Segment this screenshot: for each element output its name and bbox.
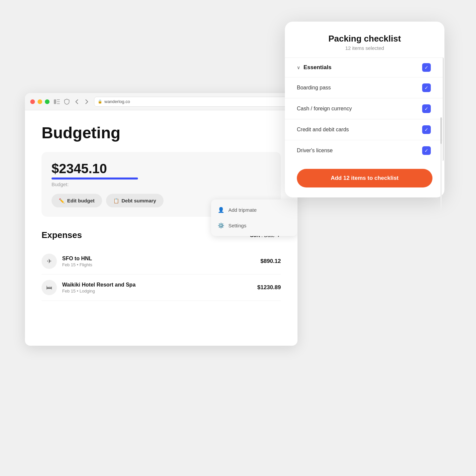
essentials-title: Essentials <box>303 64 331 71</box>
checklist-item-license[interactable]: Driver's license ✓ <box>285 140 443 161</box>
budget-label: Budget: <box>52 181 271 187</box>
expense-info-hotel: Waikiki Hotel Resort and Spa Feb 15 • Lo… <box>62 282 252 294</box>
traffic-light-green[interactable] <box>45 99 50 104</box>
expense-info-flight: SFO to HNL Feb 15 • Flights <box>62 256 255 267</box>
settings-label: Settings <box>228 223 246 228</box>
expense-amount-flight: $890.12 <box>261 258 281 265</box>
traffic-light-red[interactable] <box>30 99 35 104</box>
hotel-icon: 🛏 <box>42 280 57 295</box>
address-text: wanderlog.co <box>104 99 130 104</box>
essentials-chevron-icon: ∨ <box>297 65 300 70</box>
license-checkbox[interactable]: ✓ <box>422 146 431 155</box>
edit-budget-label: Edit budget <box>67 198 95 203</box>
back-icon[interactable] <box>73 98 80 105</box>
forward-icon[interactable] <box>83 98 90 105</box>
checklist-header: Packing checklist 12 items selected <box>285 34 444 58</box>
add-tripmate-label: Add tripmate <box>228 207 257 213</box>
expense-meta-flight: Feb 15 • Flights <box>62 262 255 267</box>
expense-item-hotel[interactable]: 🛏 Waikiki Hotel Resort and Spa Feb 15 • … <box>42 275 281 301</box>
checklist-item-cards[interactable]: Credit and debit cards ✓ <box>285 119 443 140</box>
context-menu: 👤 Add tripmate ⚙️ Settings <box>211 199 298 236</box>
expenses-title: Expenses <box>42 230 82 240</box>
checklist-item-cash[interactable]: Cash / foreign currency ✓ <box>285 98 443 119</box>
checklist-panel: Packing checklist 12 items selected ∨ Es… <box>285 22 444 197</box>
lock-icon: 🔒 <box>98 99 102 104</box>
browser-toolbar: 🔒 wanderlog.co <box>25 93 298 110</box>
edit-icon: ✏️ <box>59 198 64 203</box>
expense-name-flight: SFO to HNL <box>62 256 255 262</box>
expense-amount-hotel: $1230.89 <box>257 284 281 291</box>
boarding-pass-label: Boarding pass <box>297 85 331 91</box>
cards-checkbox[interactable]: ✓ <box>422 125 431 134</box>
traffic-light-yellow[interactable] <box>38 99 42 104</box>
svg-rect-2 <box>57 101 60 102</box>
boarding-pass-checkbox[interactable]: ✓ <box>422 83 431 92</box>
shield-icon <box>63 98 70 105</box>
settings-icon: ⚙️ <box>218 222 224 229</box>
add-tripmate-icon: 👤 <box>218 207 224 213</box>
budget-progress-bar <box>52 178 138 179</box>
checklist-title: Packing checklist <box>297 34 432 44</box>
budget-amount: $2345.10 <box>52 161 271 176</box>
browser-window: 🔒 wanderlog.co Budgeting $2345.10 Budget… <box>25 93 298 346</box>
debt-summary-label: Debt summary <box>122 198 156 203</box>
svg-rect-1 <box>57 99 60 100</box>
page-title: Budgeting <box>42 124 281 142</box>
browser-nav-icons <box>54 98 90 105</box>
essentials-checkbox[interactable]: ✓ <box>422 63 431 72</box>
license-label: Driver's license <box>297 148 333 154</box>
debt-icon: 📋 <box>113 198 119 203</box>
checklist-footer: Add 12 items to checklist <box>285 161 444 187</box>
scrollbar-track[interactable] <box>440 117 442 210</box>
checklist-subtitle: 12 items selected <box>297 45 432 51</box>
flight-icon: ✈ <box>42 254 57 269</box>
edit-budget-button[interactable]: ✏️ Edit budget <box>52 194 102 207</box>
sidebar-toggle-icon[interactable] <box>54 98 60 105</box>
cards-label: Credit and debit cards <box>297 127 349 133</box>
section-header-left: ∨ Essentials <box>297 64 331 71</box>
traffic-lights <box>30 99 50 104</box>
checklist-scrollable[interactable]: ∨ Essentials ✓ Boarding pass ✓ Cash / fo… <box>285 58 444 161</box>
expense-meta-hotel: Feb 15 • Lodging <box>62 289 252 294</box>
debt-summary-button[interactable]: 📋 Debt summary <box>106 194 164 207</box>
add-to-checklist-button[interactable]: Add 12 items to checklist <box>297 169 432 187</box>
expenses-section: Expenses Sort : Date ▼ ✈ SFO to HNL Feb … <box>42 230 281 301</box>
scrollbar-thumb[interactable] <box>440 117 442 144</box>
address-bar[interactable]: 🔒 wanderlog.co <box>94 97 292 107</box>
expense-name-hotel: Waikiki Hotel Resort and Spa <box>62 282 252 288</box>
cash-label: Cash / foreign currency <box>297 106 352 112</box>
checklist-item-boarding-pass[interactable]: Boarding pass ✓ <box>285 77 443 98</box>
context-add-tripmate[interactable]: 👤 Add tripmate <box>211 202 298 218</box>
essentials-section-header[interactable]: ∨ Essentials ✓ <box>285 58 443 77</box>
svg-rect-0 <box>54 99 56 104</box>
budget-bar-fill <box>52 178 138 179</box>
cash-checkbox[interactable]: ✓ <box>422 104 431 113</box>
svg-rect-3 <box>57 103 60 104</box>
expense-item-flight[interactable]: ✈ SFO to HNL Feb 15 • Flights $890.12 <box>42 248 281 275</box>
context-settings[interactable]: ⚙️ Settings <box>211 218 298 233</box>
